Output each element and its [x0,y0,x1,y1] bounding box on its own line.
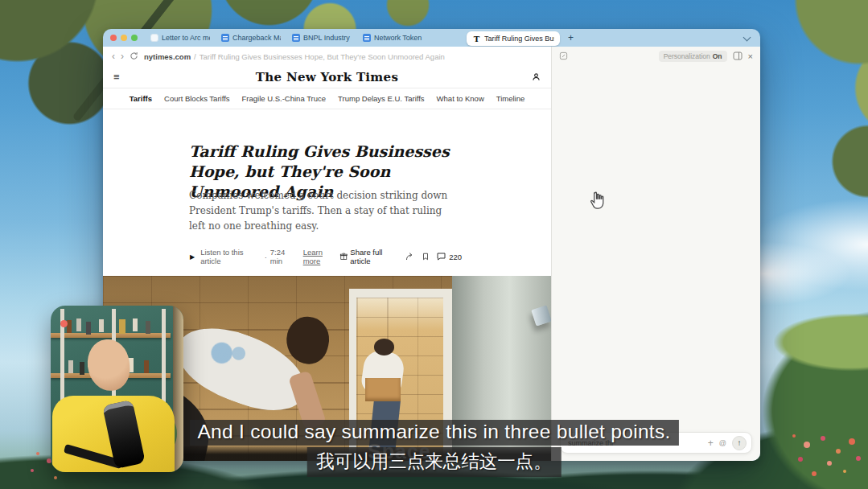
address-page-title: Tariff Ruling Gives Businesses Hope, But… [200,52,445,61]
share-arrow-icon [405,252,415,261]
personalization-toggle[interactable]: Personalization On [659,51,727,62]
window-controls [110,35,138,41]
assistant-header: Personalization On × [552,47,760,66]
send-button[interactable]: ↑ [732,436,747,450]
window-panes: ‹ › nytimes.com / Tariff Ruling Gives Bu… [103,47,760,461]
account-icon[interactable] [532,70,541,84]
chevron-down-icon[interactable] [743,35,750,41]
personalization-state: On [713,52,722,60]
tab-label: BNPL Industry Future [303,34,352,42]
subtitle-chinese: 我可以用三点来总结这一点。 [306,447,562,477]
sidebar-panel-icon [733,51,743,60]
nyt-masthead-logo[interactable]: The New York Times [103,70,551,84]
forward-button[interactable]: › [121,51,124,61]
gift-icon [339,252,348,261]
learn-more-link[interactable]: Learn more [303,248,339,265]
tab-tariff-ruling-active[interactable]: T Tariff Ruling Gives Bus [467,31,560,46]
webcam-overlay [51,306,183,472]
listen-separator: · [265,253,267,261]
comment-icon [436,252,446,261]
close-window-button[interactable] [110,35,117,41]
minimize-window-button[interactable] [121,35,127,41]
nav-court-blocks-tariffs[interactable]: Court Blocks Tariffs [164,94,229,103]
address-separator: / [194,52,196,61]
tab-label: Network Token Lifecy [374,34,422,42]
article-dek: Companies welcomed a court decision stri… [189,188,453,235]
tab-bar: Letter to Arc members Chargeback Managem… [103,29,760,47]
nav-fragile-us-china-truce[interactable]: Fragile U.S.-China Truce [242,94,327,103]
tab-label: Chargeback Managem [232,34,281,42]
nav-timeline[interactable]: Timeline [496,94,525,103]
nyt-header: ≡ The New York Times [103,66,551,88]
desktop: Letter to Arc members Chargeback Managem… [0,0,868,489]
personalization-label: Personalization [664,52,710,60]
nav-trump-delays-eu-tariffs[interactable]: Trump Delays E.U. Tariffs [338,94,425,103]
share-full-article-button[interactable]: Share full article [339,248,398,265]
bookmark-button[interactable] [422,252,430,261]
meadow-flowers [36,452,39,455]
bookmark-icon [422,252,430,261]
listen-group: ▶ Listen to this article · 7:24 min Lear… [190,248,339,265]
comments-button[interactable]: 220 [436,252,462,261]
tab-network-token-lifecycle[interactable]: Network Token Lifecy [357,29,428,47]
presenter-head [85,337,132,392]
back-button[interactable]: ‹ [112,51,115,61]
mouse-cursor [586,190,608,215]
tab-letter-to-arc-members[interactable]: Letter to Arc members [145,29,216,47]
zoom-window-button[interactable] [131,35,138,41]
nav-what-to-know[interactable]: What to Know [437,94,484,103]
meadow-flowers [792,434,796,438]
recording-dot [60,320,68,327]
webcam-shelf-items [51,318,56,331]
nyt-icon: T [472,35,481,43]
comments-count: 220 [449,253,462,261]
share-label: Share full article [350,248,398,265]
document-icon [292,34,300,42]
assistant-header-actions: Personalization On × [659,49,753,64]
listen-label: Listen to this article [200,248,261,265]
nyt-topic-nav: Tariffs Court Blocks Tariffs Fragile U.S… [103,88,551,109]
nav-tariffs[interactable]: Tariffs [130,94,152,103]
mover-woman-box [365,378,401,402]
new-tab-button[interactable]: + [568,32,574,43]
webcam-shelf-items [51,359,56,372]
mention-button[interactable]: @ [719,439,726,447]
document-icon [221,34,229,42]
reload-button[interactable] [130,51,138,62]
assistant-panel: Personalization On × summarize thi + @ [551,47,760,461]
new-chat-button[interactable] [559,49,568,64]
article-actions: Share full article 220 [339,248,462,265]
browser-toolbar: ‹ › nytimes.com / Tariff Ruling Gives Bu… [103,47,551,66]
subtitle-english: And I could say summarize this in three … [189,420,678,446]
mover-woman-head [374,339,394,355]
panel-toggle-button[interactable] [733,49,743,64]
tab-bnpl-industry-future[interactable]: BNPL Industry Future [286,29,357,47]
add-context-button[interactable]: + [708,438,714,449]
close-panel-button[interactable]: × [748,52,753,61]
webcam-shelf [51,333,171,338]
arc-icon [150,34,158,42]
listen-duration: 7:24 min [270,248,298,265]
tab-chargeback-management[interactable]: Chargeback Managem [216,29,286,47]
play-icon[interactable]: ▶ [190,253,195,261]
article-toolbar: ▶ Listen to this article · 7:24 min Lear… [190,248,462,265]
tab-label: Letter to Arc members [162,34,210,42]
browser-window: Letter to Arc members Chargeback Managem… [103,29,760,461]
tab-label: Tariff Ruling Gives Bus [484,35,554,43]
share-arrow-button[interactable] [405,252,415,261]
document-icon [363,34,371,42]
metal-bracket [531,306,551,327]
compose-icon [559,51,568,60]
address-bar[interactable]: nytimes.com / Tariff Ruling Gives Busine… [144,52,445,61]
address-domain: nytimes.com [144,52,191,61]
